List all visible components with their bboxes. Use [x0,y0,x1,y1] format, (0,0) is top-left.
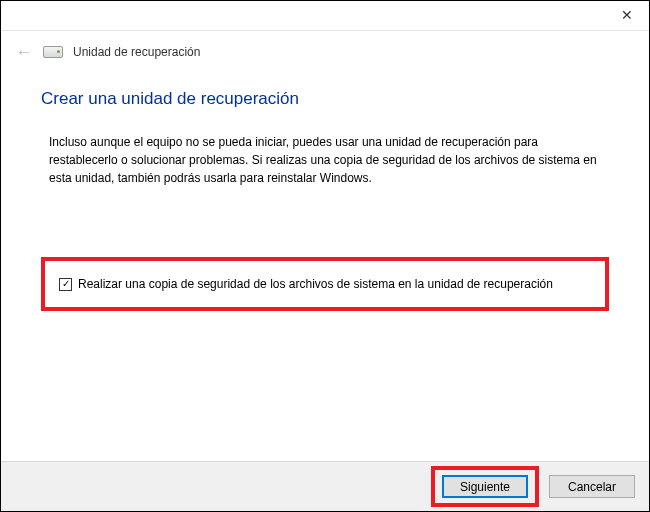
wizard-heading: Crear una unidad de recuperación [41,89,609,109]
titlebar: ✕ [1,1,649,31]
next-button[interactable]: Siguiente [442,475,528,498]
close-icon: ✕ [621,7,633,23]
close-button[interactable]: ✕ [604,1,649,29]
window-title: Unidad de recuperación [73,45,200,59]
backup-checkbox[interactable]: ✓ [59,278,72,291]
next-highlight-box: Siguiente [431,466,539,507]
wizard-description: Incluso aunque el equipo no se pueda ini… [41,133,609,187]
checkmark-icon: ✓ [62,279,70,289]
wizard-header: ← Unidad de recuperación [1,31,649,67]
cancel-button[interactable]: Cancelar [549,475,635,498]
wizard-content: Crear una unidad de recuperación Incluso… [1,67,649,311]
backup-checkbox-label: Realizar una copia de seguridad de los a… [78,277,553,291]
backup-checkbox-row[interactable]: ✓ Realizar una copia de seguridad de los… [59,277,591,291]
back-arrow-icon: ← [15,43,33,61]
drive-icon [43,46,63,58]
wizard-footer: Siguiente Cancelar [1,461,649,511]
checkbox-highlight-box: ✓ Realizar una copia de seguridad de los… [41,257,609,311]
